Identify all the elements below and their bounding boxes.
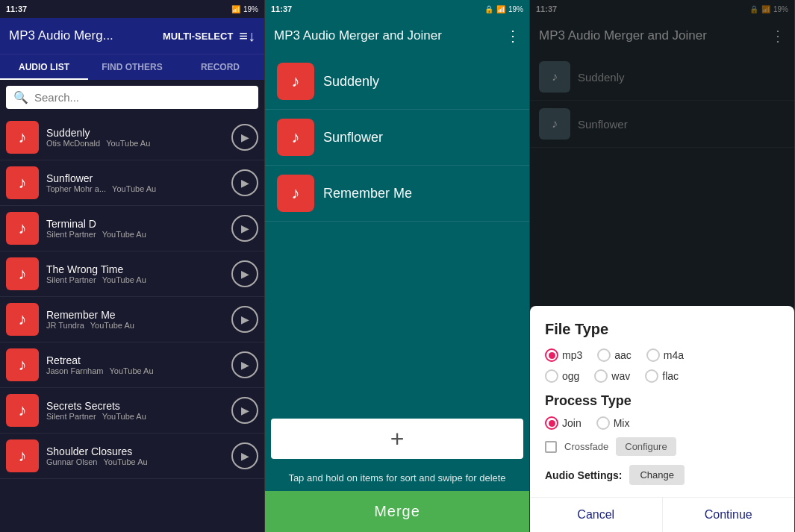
music-note-icon: ♪ [19, 355, 27, 375]
continue-button[interactable]: Continue [663, 498, 795, 532]
radio-ogg[interactable]: ogg [545, 369, 579, 383]
play-button[interactable]: ▶ [231, 260, 258, 287]
merge-button[interactable]: Merge [265, 491, 529, 532]
selected-title: Suddenly [323, 74, 379, 90]
label-join: Join [562, 417, 582, 429]
play-button[interactable]: ▶ [231, 442, 258, 469]
play-button[interactable]: ▶ [231, 215, 258, 242]
signal-icon: 📶 [231, 5, 240, 13]
audio-info: Shoulder Closures Gunnar Olsen YouTube A… [46, 445, 224, 466]
status-time-1: 11:37 [6, 4, 27, 13]
audio-title: Remember Me [46, 309, 224, 321]
selected-item[interactable]: ♪ Suddenly [265, 54, 529, 110]
audio-meta: Otis McDonald YouTube Au [46, 139, 224, 148]
radio-aac[interactable]: aac [597, 348, 632, 362]
audio-list-item[interactable]: ♪ Suddenly Otis McDonald YouTube Au ▶ [0, 115, 264, 160]
radio-circle-ogg [545, 369, 558, 383]
label-ogg: ogg [562, 370, 579, 382]
selected-item[interactable]: ♪ Remember Me [265, 166, 529, 222]
radio-circle-mix [596, 416, 610, 430]
app-bar-2: MP3 Audio Merger and Joiner ⋮ [265, 18, 529, 54]
audio-meta: Jason Farnham YouTube Au [46, 366, 224, 375]
selected-title: Remember Me [323, 186, 412, 201]
radio-join[interactable]: Join [545, 416, 582, 430]
audio-thumb: ♪ [6, 257, 39, 290]
audio-settings-label: Audio Settings: [545, 469, 622, 481]
audio-meta: Topher Mohr a... YouTube Au [46, 184, 224, 193]
crossfade-checkbox[interactable] [545, 441, 557, 453]
selected-list: ♪ Suddenly ♪ Sunflower ♪ Remember Me [265, 54, 529, 413]
audio-list-item[interactable]: ♪ Terminal D Silent Partner YouTube Au ▶ [0, 206, 264, 251]
label-mp3: mp3 [562, 349, 582, 361]
audio-list-item[interactable]: ♪ Shoulder Closures Gunnar Olsen YouTube… [0, 434, 264, 479]
audio-meta: Silent Partner YouTube Au [46, 230, 224, 239]
audio-thumb: ♪ [6, 303, 39, 336]
audio-info: Secrets Secrets Silent Partner YouTube A… [46, 400, 224, 421]
radio-m4a[interactable]: m4a [646, 348, 684, 362]
audio-info: Terminal D Silent Partner YouTube Au [46, 218, 224, 239]
status-icons-2: 🔒 📶 19% [484, 5, 523, 13]
selected-item[interactable]: ♪ Sunflower [265, 110, 529, 166]
radio-circle-wav [594, 369, 608, 383]
radio-mix[interactable]: Mix [596, 416, 630, 430]
signal-icon-2: 📶 [496, 5, 505, 13]
audio-artist: Jason Farnham [46, 366, 103, 375]
audio-thumb: ♪ [6, 439, 39, 472]
file-type-row-1: mp3 aac m4a [545, 348, 779, 362]
audio-info: Remember Me JR Tundra YouTube Au [46, 309, 224, 330]
crossfade-row: Crossfade Configure [545, 437, 779, 456]
audio-source: YouTube Au [103, 457, 147, 466]
tab-find-others[interactable]: FIND OTHERS [88, 54, 176, 80]
audio-title: Sunflower [46, 172, 224, 184]
selected-thumb: ♪ [277, 119, 314, 156]
music-note-icon: ♪ [292, 184, 300, 203]
tab-audio-list[interactable]: AUDIO LIST [0, 54, 88, 80]
audio-artist: Gunnar Olsen [46, 457, 97, 466]
configure-button[interactable]: Configure [616, 437, 676, 456]
change-button[interactable]: Change [629, 465, 685, 485]
audio-artist: Topher Mohr a... [46, 184, 106, 193]
play-button[interactable]: ▶ [231, 306, 258, 333]
sort-icon[interactable]: ≡↓ [239, 28, 255, 45]
hint-text: Tap and hold on items for sort and swipe… [265, 465, 529, 491]
audio-list-item[interactable]: ♪ Secrets Secrets Silent Partner YouTube… [0, 388, 264, 434]
audio-meta: Gunnar Olsen YouTube Au [46, 457, 224, 466]
radio-circle-flac [645, 369, 658, 383]
radio-mp3[interactable]: mp3 [545, 348, 582, 362]
dialog-actions: Cancel Continue [530, 497, 794, 532]
multi-select-button[interactable]: MULTI-SELECT [163, 31, 233, 42]
audio-list-item[interactable]: ♪ Retreat Jason Farnham YouTube Au ▶ [0, 342, 264, 388]
music-note-icon: ♪ [19, 310, 27, 329]
audio-source: YouTube Au [109, 366, 153, 375]
music-note-icon: ♪ [292, 72, 300, 91]
play-button[interactable]: ▶ [231, 397, 258, 424]
menu-icon-2[interactable]: ⋮ [505, 27, 520, 45]
play-button[interactable]: ▶ [231, 351, 258, 378]
audio-thumb: ♪ [6, 121, 39, 154]
file-type-title: File Type [545, 321, 779, 338]
process-type-row: Join Mix [545, 416, 779, 430]
file-type-dialog: File Type mp3 aac m4a [530, 306, 794, 532]
play-button[interactable]: ▶ [231, 124, 258, 151]
search-input[interactable] [34, 91, 251, 104]
lock-icon-2: 🔒 [484, 5, 493, 13]
audio-list-item[interactable]: ♪ The Wrong Time Silent Partner YouTube … [0, 251, 264, 297]
audio-title: Suddenly [46, 127, 224, 139]
radio-flac[interactable]: flac [645, 369, 679, 383]
music-note-icon: ♪ [292, 128, 300, 147]
tab-record[interactable]: RECORD [176, 54, 264, 80]
audio-title: Secrets Secrets [46, 400, 224, 412]
audio-meta: Silent Partner YouTube Au [46, 275, 224, 284]
audio-list-item[interactable]: ♪ Sunflower Topher Mohr a... YouTube Au … [0, 160, 264, 206]
add-button[interactable]: + [271, 419, 523, 459]
cancel-button[interactable]: Cancel [530, 498, 663, 532]
radio-wav[interactable]: wav [594, 369, 630, 383]
play-button[interactable]: ▶ [231, 169, 258, 196]
audio-artist: JR Tundra [46, 321, 84, 330]
audio-list-item[interactable]: ♪ Remember Me JR Tundra YouTube Au ▶ [0, 297, 264, 342]
audio-info: Retreat Jason Farnham YouTube Au [46, 354, 224, 375]
search-bar: 🔍 [6, 86, 258, 109]
battery-text-2: 19% [508, 5, 523, 13]
audio-source: YouTube Au [106, 139, 150, 148]
process-type-title: Process Type [545, 393, 779, 409]
